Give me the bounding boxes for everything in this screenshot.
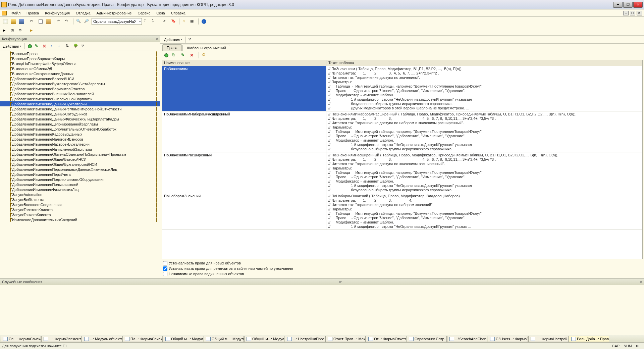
role-tree-item[interactable]: ВыполнениеОбменаЭД [0, 66, 160, 71]
sort-button[interactable]: ⇅ [65, 43, 72, 50]
role-tree-item[interactable]: БазовыеПраваЗарплатаКадры [0, 56, 160, 61]
role-tree-item[interactable]: ДобавлениеИзменениеВнешнихПользователей [0, 91, 160, 96]
role-filter-button[interactable]: ⧩ [187, 36, 194, 43]
menu-windows[interactable]: Окна [154, 10, 168, 16]
messages-body[interactable] [0, 285, 644, 335]
role-tree-item[interactable]: ЗапускВнешнегоСоединения [0, 202, 160, 207]
delete-button[interactable]: ✕ [42, 43, 49, 50]
messages-close-button[interactable]: × [640, 280, 642, 284]
undo-button[interactable]: ↶ [56, 18, 63, 25]
templates-grid-body[interactable]: ПоЗначениям// ПоЗначениям ( Таблица, Пра… [162, 66, 642, 259]
role-tree-item[interactable]: ДобавлениеИзменениеДанныхБухгалтерии [0, 101, 160, 106]
debug-b-button[interactable]: ◳ [10, 28, 17, 34]
check-defaults[interactable]: Устанавливать права для реквизитов и таб… [163, 266, 641, 271]
goto2-button[interactable]: ⤵ [151, 18, 158, 25]
menu-help[interactable]: Справка [168, 10, 188, 16]
window-tab[interactable]: Отчет Прав...: Макет [325, 336, 366, 342]
role-tree-item[interactable]: ВыводНаПринтерФайлБуферОбмена [0, 61, 160, 66]
role-tree-item[interactable]: ДобавлениеИзменениеДепонированнойЗарплат… [0, 121, 160, 127]
template-row[interactable]: ПоНаборамЗначений// ПоНаборамЗначений ( … [162, 193, 642, 230]
tab-rights[interactable]: Права [162, 44, 182, 51]
role-tree-item[interactable]: ДобавлениеИзменениеДополнительныхОтчетов… [0, 127, 160, 132]
template-copy-button[interactable]: ⎘ [172, 52, 178, 59]
window-tab[interactable]: Общий м...: Модуль [163, 336, 203, 342]
role-tree-item[interactable]: ДобавлениеИзменениеНачисленнойЗарплаты [0, 147, 160, 152]
role-tree-item[interactable]: ДобавлениеИзменениеВыплаченнойЗарплаты [0, 96, 160, 101]
mdi-close-button[interactable]: ✕ [637, 11, 642, 15]
role-tree-item[interactable]: ЗапускAutomation [0, 192, 160, 197]
find-next-button[interactable]: 🔎 [84, 18, 90, 25]
role-tree-item[interactable]: ЗапускВебКлиента [0, 197, 160, 202]
bookmark-button[interactable]: 🔖 [170, 18, 177, 25]
menu-config[interactable]: Конфигурация [42, 10, 72, 16]
window-tab[interactable]: От...: ФормаОтчета [366, 336, 406, 342]
filter-button[interactable]: ⧩ [80, 43, 87, 50]
menu-file[interactable]: Файл [9, 10, 23, 16]
menu-service[interactable]: Сервис [135, 10, 153, 16]
check-independent[interactable]: Независимые права подчиненных объектов [163, 271, 641, 277]
check-new-objects[interactable]: Устанавливать права для новых объектов [163, 260, 641, 266]
role-tree-item[interactable]: ДобавлениеИзменениеОбменаСБанкамиПоЗарпл… [0, 152, 160, 157]
template-row[interactable]: ПоЗначениямИНаборамРасширенный// ПоЗначе… [162, 111, 642, 152]
col-header-name[interactable]: Наименование [162, 60, 326, 66]
role-tree-item[interactable]: ДобавлениеИзменениеКадровыхДанных [0, 132, 160, 137]
window-tab[interactable]: Роль Доба...: Права [569, 336, 609, 342]
menu-edit[interactable]: Правка [24, 10, 42, 16]
tool-a-button[interactable]: ☼ [181, 18, 188, 25]
open-button[interactable] [10, 18, 17, 25]
role-tree-item[interactable]: ДобавлениеИзменениеДанныхСотрудников [0, 111, 160, 116]
cut-button[interactable]: ✂ [29, 18, 36, 25]
window-tab[interactable]: Справочник Сотр... [407, 336, 447, 342]
window-tab[interactable]: Общий м...: Модуль [244, 336, 284, 342]
role-tree-item[interactable]: ЗапускТонкогоКлиента [0, 212, 160, 217]
tab-templates[interactable]: Шаблоны ограничений [182, 45, 230, 51]
minimize-button[interactable]: ━ [613, 2, 623, 8]
role-tree-item[interactable]: ДобавлениеИзменениеДанныхФизическихЛицЗа… [0, 116, 160, 121]
move-up-button[interactable]: ↑ [50, 43, 56, 50]
copy-button[interactable] [37, 18, 44, 25]
role-tree-item[interactable]: ВыполнениеСинхронизацииДанных [0, 71, 160, 76]
add-button[interactable] [26, 43, 33, 50]
window-tab[interactable]: C:\Users...: Форма1 [488, 336, 528, 342]
role-tree-item[interactable]: ДобавлениеИзменениеОбщейБухгалтерскойНСИ [0, 162, 160, 167]
roles-tree[interactable]: БазовыеПраваБазовыеПраваЗарплатаКадрыВыв… [0, 50, 160, 278]
template-edit-button[interactable]: ✎ [180, 52, 187, 59]
menu-admin[interactable]: Администрирование [94, 10, 135, 16]
goto-button[interactable]: ⤴ [143, 18, 150, 25]
paste-button[interactable] [45, 18, 52, 25]
template-add-button[interactable] [163, 52, 170, 59]
debug-c-button[interactable]: ⟳ [18, 28, 25, 34]
messages-maximize-button[interactable]: ▱ [339, 280, 341, 284]
run-1c-button[interactable]: ▶ [29, 28, 36, 34]
template-row[interactable]: ПоЗначениямРасширенный// ПоЗначениямРасш… [162, 152, 642, 193]
window-tab[interactable]: ...: НастройкиПрог... [285, 336, 325, 342]
window-tab[interactable]: ...: ФормаНастрой... [528, 336, 569, 342]
tree-button[interactable]: 🌳 [73, 43, 79, 50]
window-tab[interactable]: Общий м...: Модуль [204, 336, 244, 342]
role-tree-item[interactable]: ДобавлениеИзменениеФизическихЛиц [0, 187, 160, 192]
maximize-button[interactable]: ❐ [623, 2, 633, 8]
template-wizard-button[interactable]: ✪ [202, 52, 208, 59]
actions-button[interactable]: Действия [1, 43, 23, 49]
role-tree-item[interactable]: ДобавлениеИзменениеНалоговИВзносов [0, 137, 160, 142]
edit-button[interactable]: ✎ [34, 43, 41, 50]
template-row[interactable]: ПоЗначениям// ПоЗначениям ( Таблица, Пра… [162, 66, 642, 111]
window-tab[interactable]: ...: Модуль объекта [82, 336, 122, 342]
role-tree-item[interactable]: ДобавлениеИзменениеВариантовОтчетов [0, 86, 160, 91]
syntax-check-button[interactable]: ✔ [162, 18, 169, 25]
role-tree-item[interactable]: ДобавлениеИзменениеПользователей [0, 182, 160, 187]
window-tab[interactable]: ...\SearchAndChan... [447, 336, 487, 342]
role-tree-item[interactable]: ДобавлениеИзменениеДанныхРегламентирован… [0, 106, 160, 111]
template-delete-button[interactable]: ✕ [189, 52, 196, 59]
role-tree-item[interactable]: ДобавлениеИзменениеОбщейБазовойНСИ [0, 157, 160, 162]
mdi-minimize-button[interactable]: ━ [623, 11, 629, 15]
save-button[interactable] [18, 18, 25, 25]
role-tree-item[interactable]: ИзменениеДополнительныхСведений [0, 217, 160, 222]
role-tree-item[interactable]: БазовыеПрава [0, 51, 160, 56]
role-tree-item[interactable]: ДобавлениеИзменениеПерсональныхДанныхФиз… [0, 167, 160, 172]
move-down-button[interactable]: ↓ [57, 43, 64, 50]
tool-b-button[interactable]: ▦ [190, 18, 196, 25]
config-panel-close-button[interactable]: × [156, 37, 158, 41]
window-tab[interactable]: Пл...: ФормаСписка [122, 336, 163, 342]
mdi-restore-button[interactable]: ❐ [630, 11, 635, 15]
